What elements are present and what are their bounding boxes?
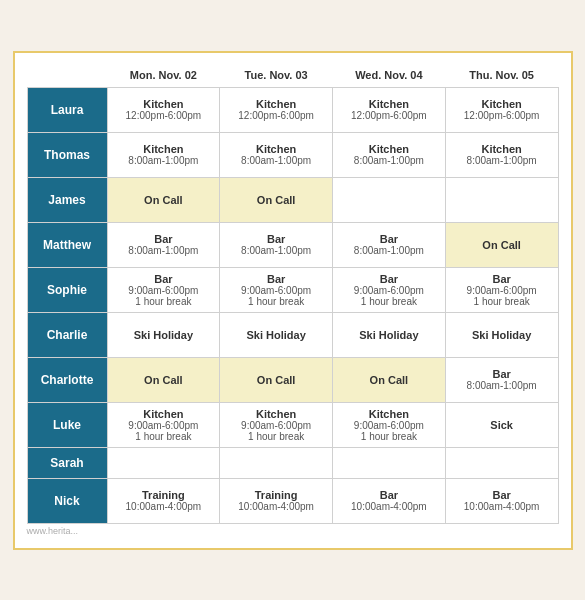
cell-line2: 10:00am-4:00pm [464,501,540,512]
cell-line1: Kitchen [481,98,521,110]
schedule-cell: On Call [107,357,220,402]
staff-name: Charlie [27,312,107,357]
cell-line1: On Call [144,374,183,386]
schedule-cell: On Call [107,177,220,222]
cell-line1: Sick [490,419,513,431]
cell-line1: Kitchen [256,98,296,110]
cell-line3: 1 hour break [248,431,304,442]
cell-line1: Bar [267,233,285,245]
schedule-cell: Kitchen12:00pm-6:00pm [220,87,333,132]
schedule-cell: Kitchen8:00am-1:00pm [333,132,446,177]
staff-name: Luke [27,402,107,447]
table-row: CharlotteOn CallOn CallOn CallBar8:00am-… [27,357,558,402]
staff-name: Sophie [27,267,107,312]
staff-name: Nick [27,478,107,523]
schedule-cell: Kitchen8:00am-1:00pm [220,132,333,177]
table-row: ThomasKitchen8:00am-1:00pmKitchen8:00am-… [27,132,558,177]
schedule-cell: Kitchen9:00am-6:00pm1 hour break [107,402,220,447]
cell-line2: 9:00am-6:00pm [467,285,537,296]
cell-line2: 8:00am-1:00pm [467,380,537,391]
schedule-cell: Bar10:00am-4:00pm [333,478,446,523]
schedule-body: LauraKitchen12:00pm-6:00pmKitchen12:00pm… [27,87,558,523]
cell-line2: 9:00am-6:00pm [354,420,424,431]
schedule-cell: Kitchen8:00am-1:00pm [107,132,220,177]
cell-line1: On Call [257,194,296,206]
cell-line1: Kitchen [369,408,409,420]
staff-name: James [27,177,107,222]
cell-line2: 10:00am-4:00pm [126,501,202,512]
cell-line1: Kitchen [369,143,409,155]
schedule-cell: On Call [220,357,333,402]
schedule-cell: Kitchen9:00am-6:00pm1 hour break [333,402,446,447]
header-name [27,65,107,88]
cell-line3: 1 hour break [135,431,191,442]
cell-line2: 8:00am-1:00pm [241,245,311,256]
schedule-cell: Kitchen12:00pm-6:00pm [107,87,220,132]
schedule-cell [333,447,446,478]
cell-line1: Ski Holiday [359,329,418,341]
cell-line1: Bar [492,489,510,501]
cell-line1: Bar [380,233,398,245]
cell-line3: 1 hour break [135,296,191,307]
cell-line2: 8:00am-1:00pm [128,155,198,166]
schedule-cell: On Call [220,177,333,222]
cell-line1: Bar [154,233,172,245]
schedule-cell: Ski Holiday [107,312,220,357]
cell-line1: Kitchen [256,143,296,155]
cell-line1: Bar [380,489,398,501]
schedule-cell [333,177,446,222]
cell-line2: 8:00am-1:00pm [354,245,424,256]
header-mon: Mon. Nov. 02 [107,65,220,88]
schedule-cell: Sick [445,402,558,447]
header-wed: Wed. Nov. 04 [333,65,446,88]
schedule-cell: Bar8:00am-1:00pm [107,222,220,267]
schedule-table: Mon. Nov. 02 Tue. Nov. 03 Wed. Nov. 04 T… [27,65,559,524]
cell-line3: 1 hour break [248,296,304,307]
cell-line1: Ski Holiday [134,329,193,341]
schedule-cell: Training10:00am-4:00pm [107,478,220,523]
cell-line2: 9:00am-6:00pm [354,285,424,296]
schedule-cell: Kitchen12:00pm-6:00pm [445,87,558,132]
schedule-cell: Bar8:00am-1:00pm [445,357,558,402]
header-tue: Tue. Nov. 03 [220,65,333,88]
staff-name: Laura [27,87,107,132]
cell-line2: 8:00am-1:00pm [354,155,424,166]
cell-line2: 9:00am-6:00pm [128,420,198,431]
schedule-cell: Bar10:00am-4:00pm [445,478,558,523]
cell-line2: 12:00pm-6:00pm [351,110,427,121]
cell-line1: Kitchen [143,98,183,110]
staff-name: Thomas [27,132,107,177]
schedule-cell: Kitchen12:00pm-6:00pm [333,87,446,132]
cell-line1: Bar [267,273,285,285]
schedule-cell: Bar8:00am-1:00pm [220,222,333,267]
table-header-row: Mon. Nov. 02 Tue. Nov. 03 Wed. Nov. 04 T… [27,65,558,88]
table-row: JamesOn CallOn Call [27,177,558,222]
table-row: LukeKitchen9:00am-6:00pm1 hour breakKitc… [27,402,558,447]
cell-line1: Bar [154,273,172,285]
cell-line1: Kitchen [256,408,296,420]
schedule-cell [220,447,333,478]
cell-line1: Kitchen [143,143,183,155]
schedule-cell: Training10:00am-4:00pm [220,478,333,523]
cell-line2: 8:00am-1:00pm [467,155,537,166]
schedule-cell: On Call [333,357,446,402]
schedule-cell: Kitchen8:00am-1:00pm [445,132,558,177]
schedule-cell: Bar9:00am-6:00pm1 hour break [107,267,220,312]
cell-line2: 12:00pm-6:00pm [126,110,202,121]
watermark: www.herita... [27,524,559,536]
table-row: NickTraining10:00am-4:00pmTraining10:00a… [27,478,558,523]
staff-name: Sarah [27,447,107,478]
table-row: Sarah [27,447,558,478]
schedule-cell: Kitchen9:00am-6:00pm1 hour break [220,402,333,447]
table-row: SophieBar9:00am-6:00pm1 hour breakBar9:0… [27,267,558,312]
cell-line2: 8:00am-1:00pm [241,155,311,166]
cell-line3: 1 hour break [474,296,530,307]
cell-line1: Kitchen [369,98,409,110]
schedule-cell: Bar9:00am-6:00pm1 hour break [220,267,333,312]
cell-line1: Bar [492,368,510,380]
header-thu: Thu. Nov. 05 [445,65,558,88]
schedule-cell: Ski Holiday [333,312,446,357]
cell-line2: 8:00am-1:00pm [128,245,198,256]
cell-line1: On Call [257,374,296,386]
cell-line2: 9:00am-6:00pm [241,285,311,296]
